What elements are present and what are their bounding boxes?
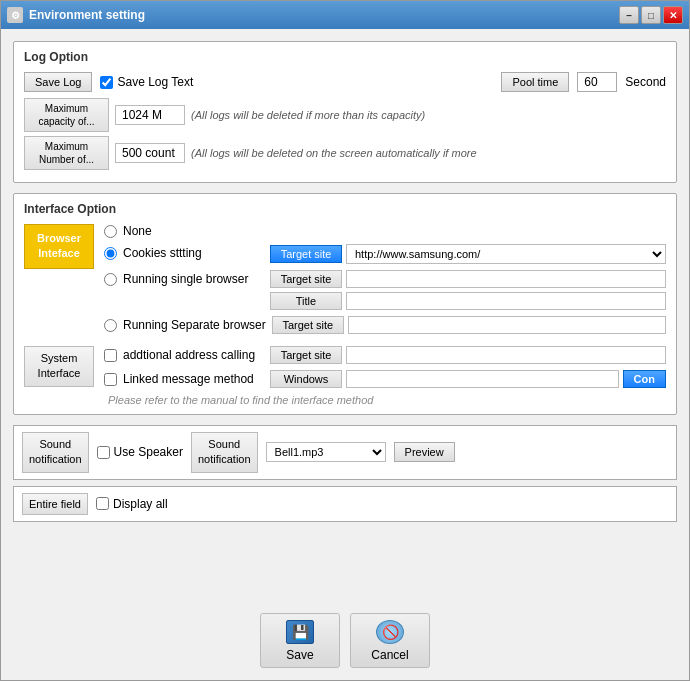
system-interface-layout: SystemInterface addtional address callin… bbox=[24, 346, 666, 406]
additional-target-input[interactable] bbox=[346, 346, 666, 364]
save-log-checkbox[interactable] bbox=[100, 76, 113, 89]
windows-input[interactable] bbox=[346, 370, 619, 388]
display-all-label[interactable]: Display all bbox=[96, 497, 168, 511]
system-interface-tab[interactable]: SystemInterface bbox=[24, 346, 94, 387]
title-bar: ⚙ Environment setting – □ ✕ bbox=[1, 1, 689, 29]
manual-note: Please refer to the manual to find the i… bbox=[104, 394, 666, 406]
additional-target-area: Target site bbox=[270, 346, 666, 364]
pool-time-label: Pool time bbox=[501, 72, 569, 92]
additional-label: addtional address calling bbox=[123, 348, 255, 362]
close-button[interactable]: ✕ bbox=[663, 6, 683, 24]
log-option-title: Log Option bbox=[24, 50, 666, 64]
sound-label: Soundnotification bbox=[22, 432, 89, 473]
radio-cookies[interactable] bbox=[104, 247, 117, 260]
browser-interface-layout: BrowserInteface None Cookies sttting bbox=[24, 224, 666, 340]
max-capacity-note: (All logs will be deleted if more than i… bbox=[191, 109, 425, 121]
max-capacity-value[interactable]: 1024 M bbox=[115, 105, 185, 125]
radio-none[interactable] bbox=[104, 225, 117, 238]
browser-radio-options: None Cookies sttting Target site bbox=[94, 224, 666, 340]
title-bar-controls: – □ ✕ bbox=[619, 6, 683, 24]
maximize-button[interactable]: □ bbox=[641, 6, 661, 24]
use-speaker-text: Use Speaker bbox=[114, 445, 183, 459]
title-label: Title bbox=[270, 292, 342, 310]
additional-target-row: Target site bbox=[270, 346, 666, 364]
display-all-checkbox[interactable] bbox=[96, 497, 109, 510]
separate-target-input[interactable] bbox=[348, 316, 666, 334]
linked-label: Linked message method bbox=[123, 372, 254, 386]
radio-separate[interactable] bbox=[104, 319, 117, 332]
sound-notification-label: Soundnotification bbox=[191, 432, 258, 473]
system-options: addtional address calling Target site bbox=[94, 346, 666, 406]
entire-field-row: Entire field Display all bbox=[13, 486, 677, 522]
save-log-button[interactable]: Save Log bbox=[24, 72, 92, 92]
linked-row: Linked message method Windows Con bbox=[104, 370, 666, 388]
max-number-value[interactable]: 500 count bbox=[115, 143, 185, 163]
linked-windows-row: Windows Con bbox=[270, 370, 666, 388]
preview-button[interactable]: Preview bbox=[394, 442, 455, 462]
max-capacity-label: Maximum capacity of... bbox=[24, 98, 109, 132]
radio-none-row: None bbox=[104, 224, 666, 238]
radio-single[interactable] bbox=[104, 273, 117, 286]
radio-cookies-label: Cookies sttting bbox=[123, 246, 202, 260]
separate-target-row: Target site bbox=[272, 316, 666, 334]
linked-checkbox[interactable] bbox=[104, 373, 117, 386]
title-input[interactable] bbox=[346, 292, 666, 310]
additional-checkbox[interactable] bbox=[104, 349, 117, 362]
save-log-text: Save Log Text bbox=[117, 75, 193, 89]
pool-time-unit: Second bbox=[625, 75, 666, 89]
save-icon: 💾 bbox=[286, 620, 314, 644]
window-title: Environment setting bbox=[29, 8, 145, 22]
radio-separate-label: Running Separate browser bbox=[123, 318, 266, 332]
max-number-note: (All logs will be deleted on the screen … bbox=[191, 147, 477, 159]
radio-cookies-row: Cookies sttting Target site http://www.s… bbox=[104, 244, 666, 264]
window: ⚙ Environment setting – □ ✕ Log Option S… bbox=[0, 0, 690, 681]
cookies-target-row: Target site http://www.samsung.com/ bbox=[270, 244, 666, 264]
save-label: Save bbox=[286, 648, 313, 662]
single-target-input[interactable] bbox=[346, 270, 666, 288]
single-target-label: Target site bbox=[270, 270, 342, 288]
interface-option-section: Interface Option BrowserInteface None Co… bbox=[13, 193, 677, 415]
max-number-label: Maximum Number of... bbox=[24, 136, 109, 170]
footer: 💾 Save 🚫 Cancel bbox=[1, 605, 689, 680]
radio-separate-row: Running Separate browser Target site bbox=[104, 316, 666, 334]
single-target-area: Target site Title bbox=[270, 270, 666, 310]
radio-single-row: Running single browser Target site Title bbox=[104, 270, 666, 310]
cancel-icon: 🚫 bbox=[376, 620, 404, 644]
radio-single-label: Running single browser bbox=[123, 272, 248, 286]
log-number-row: Maximum Number of... 500 count (All logs… bbox=[24, 136, 666, 170]
windows-label: Windows bbox=[270, 370, 342, 388]
separate-target-area: Target site bbox=[272, 316, 666, 334]
radio-none-label: None bbox=[123, 224, 152, 238]
log-capacity-row: Maximum capacity of... 1024 M (All logs … bbox=[24, 98, 666, 132]
sound-select[interactable]: Bell1.mp3 bbox=[266, 442, 386, 462]
save-footer-button[interactable]: 💾 Save bbox=[260, 613, 340, 668]
log-row-1: Save Log Save Log Text Pool time 60 Seco… bbox=[24, 72, 666, 92]
single-target-row: Target site bbox=[270, 270, 666, 288]
additional-target-label: Target site bbox=[270, 346, 342, 364]
separate-target-label: Target site bbox=[272, 316, 344, 334]
content: Log Option Save Log Save Log Text Pool t… bbox=[1, 29, 689, 605]
save-log-text-label[interactable]: Save Log Text bbox=[100, 75, 193, 89]
linked-target-area: Windows Con bbox=[270, 370, 666, 388]
entire-field-label: Entire field bbox=[22, 493, 88, 515]
cancel-label: Cancel bbox=[371, 648, 408, 662]
cookies-target-area: Target site http://www.samsung.com/ bbox=[270, 244, 666, 264]
sound-notification-row: Soundnotification Use Speaker Soundnotif… bbox=[13, 425, 677, 480]
use-speaker-label[interactable]: Use Speaker bbox=[97, 445, 183, 459]
target-site-label-blue: Target site bbox=[270, 245, 342, 263]
display-all-text: Display all bbox=[113, 497, 168, 511]
additional-row: addtional address calling Target site bbox=[104, 346, 666, 364]
interface-option-title: Interface Option bbox=[24, 202, 666, 216]
use-speaker-checkbox[interactable] bbox=[97, 446, 110, 459]
cancel-footer-button[interactable]: 🚫 Cancel bbox=[350, 613, 430, 668]
minimize-button[interactable]: – bbox=[619, 6, 639, 24]
browser-interface-tab[interactable]: BrowserInteface bbox=[24, 224, 94, 269]
target-site-select[interactable]: http://www.samsung.com/ bbox=[346, 244, 666, 264]
pool-time-value: 60 bbox=[577, 72, 617, 92]
window-icon: ⚙ bbox=[7, 7, 23, 23]
single-title-row: Title bbox=[270, 292, 666, 310]
log-option-section: Log Option Save Log Save Log Text Pool t… bbox=[13, 41, 677, 183]
con-button[interactable]: Con bbox=[623, 370, 666, 388]
